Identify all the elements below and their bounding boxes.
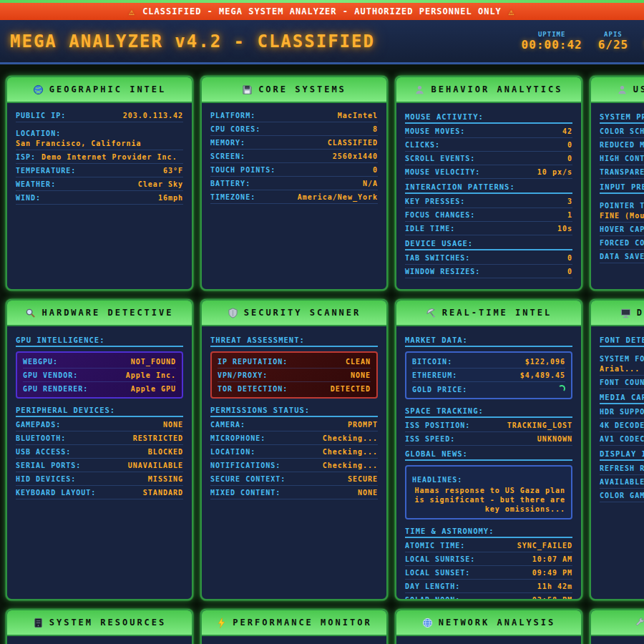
data-row: BITCOIN:$122,096 [412, 355, 565, 369]
data-row: BLUETOOTH:RESTRICTED [16, 431, 183, 445]
section-title: SPACE TRACKING: [405, 403, 572, 418]
shield-icon [228, 308, 238, 318]
app-title: MEGA ANALYZER v4.2 - CLASSIFIED [10, 31, 522, 52]
panel-title: USER PREFERENCES [633, 84, 644, 94]
row-label: TEMPERATURE: [16, 167, 76, 175]
section-title: GLOBAL NEWS: [405, 446, 572, 461]
data-row: CAMERA:PROMPT [210, 418, 378, 431]
row-value: Clear Sky [138, 180, 183, 188]
panel-body-display-media: FONT DETECTION:SYSTEM FONTS:Arial...FONT… [591, 326, 644, 599]
row-value: STANDARD [143, 489, 183, 497]
row-label: TOUCH POINTS: [210, 166, 275, 174]
row-label: FORCED COLORS: [600, 239, 644, 247]
row-label: GOLD PRICE: [412, 386, 467, 394]
data-row: VPN/PROXY:NONE [218, 369, 371, 382]
panel-header-geographic-intel: GEOGRAPHIC INTEL [7, 77, 192, 103]
row-value: FINE (Mouse) [600, 211, 644, 220]
highlight-box: IP REPUTATION:CLEANVPN/PROXY:NONETOR DET… [210, 351, 378, 399]
section-title: FONT DETECTION: [600, 332, 644, 347]
panel-header-behavior-analytics: BEHAVIOR ANALYTICS [396, 77, 581, 103]
row-value: BLOCKED [148, 448, 183, 456]
row-value: SECURE [348, 475, 378, 483]
panel-system-resources: SYSTEM RESOURCES [6, 609, 193, 644]
row-value: RESTRICTED [133, 434, 183, 442]
classified-banner: ⚠ CLASSIFIED - MEGA SYSTEM ANALYZER - AU… [0, 3, 644, 20]
row-value: Checking... [323, 462, 378, 469]
banner-text: CLASSIFIED - MEGA SYSTEM ANALYZER - AUTH… [142, 6, 502, 16]
row-value: N/A [363, 180, 378, 187]
panel-header-network-analysis: NETWORK ANALYSIS [396, 610, 581, 636]
row-label: HID DEVICES: [16, 475, 76, 483]
data-row: DAY LENGTH:11h 42m [405, 580, 572, 593]
highlight-box: BITCOIN:$122,096ETHEREUM:$4,489.45GOLD P… [405, 351, 572, 399]
row-label: SERIAL PORTS: [16, 462, 81, 469]
data-row: 4K DECODE: [600, 419, 644, 432]
panel-header-system-resources: SYSTEM RESOURCES [7, 610, 192, 636]
data-row: IDLE TIME:10s [405, 222, 572, 235]
row-label: IP REPUTATION: [218, 358, 288, 366]
data-row: PLATFORM:MacIntel [210, 109, 378, 122]
row-label: CAMERA: [210, 421, 245, 429]
header-stat-apis: APIS6/25 [598, 31, 629, 52]
row-value: 203.0.113.42 [123, 112, 183, 119]
globe-icon [33, 84, 44, 95]
data-row: BATTERY:N/A [210, 177, 378, 190]
data-row: LOCAL SUNSET:09:49 PM [405, 566, 572, 580]
highlight-box: HEADLINES:Hamas response to US Gaza plan… [405, 465, 572, 519]
row-label: COLOR SCHEME: [600, 127, 644, 135]
panel-body-real-time-intel: MARKET DATA:BITCOIN:$122,096ETHEREUM:$4,… [396, 326, 581, 599]
data-row: SOLAR NOON:03:58 PM [405, 593, 572, 599]
panel-title: SYSTEM RESOURCES [49, 618, 167, 628]
row-value: America/New_York [298, 193, 378, 201]
row-label: DAY LENGTH: [405, 582, 460, 590]
row-value: 1 [567, 211, 572, 219]
section-title: THREAT ASSESSMENT: [210, 332, 378, 347]
row-label: KEYBOARD LAYOUT: [16, 489, 96, 497]
panel-title: NETWORK ANALYSIS [439, 618, 556, 628]
row-label: LOCATION: [16, 130, 61, 137]
row-value: 0 [373, 166, 378, 174]
data-row: ISS SPEED:UNKNOWN [405, 432, 572, 446]
row-label: ATOMIC TIME: [405, 542, 465, 550]
row-value: TRACKING_LOST [507, 421, 572, 429]
panel-title: REAL-TIME INTEL [442, 308, 552, 318]
panel-experiments: EXPERIMENTS [590, 609, 644, 644]
row-label: DATA SAVER: [600, 253, 644, 260]
row-label: SYSTEM FONTS: [600, 355, 644, 363]
row-label: ISP: [16, 153, 36, 161]
row-label: SECURE CONTEXT: [210, 475, 286, 483]
panel-body-user-preferences: SYSTEM PREFERENCES:COLOR SCHEME:REDUCED … [591, 103, 644, 289]
data-row: AVAILABLE RES: [600, 475, 644, 489]
row-label: WINDOW RESIZES: [405, 268, 480, 275]
row-label: IDLE TIME: [405, 225, 455, 233]
stat-label: UPTIME [522, 31, 582, 38]
section-title: INTERACTION PATTERNS: [405, 179, 572, 194]
data-row: TRANSPARENCY: [600, 165, 644, 179]
data-row: AV1 CODEC: [600, 432, 644, 446]
data-row: SYSTEM FONTS:Arial... [600, 348, 644, 376]
header-stat-uptime: UPTIME00:00:42 [522, 31, 582, 52]
panel-title: HARDWARE DETECTIVE [42, 308, 173, 318]
row-label: GPU VENDOR: [23, 371, 78, 379]
row-value: 09:49 PM [532, 569, 572, 577]
row-label: BLUETOOTH: [16, 434, 66, 442]
row-value: MISSING [148, 475, 183, 483]
panel-body-geographic-intel: PUBLIC IP:203.0.113.42LOCATION:San Franc… [7, 103, 192, 289]
data-row: PUBLIC IP:203.0.113.42 [16, 109, 183, 122]
row-value: CLEAN [346, 358, 371, 366]
panel-body-network-analysis [396, 636, 581, 644]
panel-body-behavior-analytics: MOUSE ACTIVITY:MOUSE MOVES:42CLICKS:0SCR… [396, 103, 581, 289]
panel-title: SECURITY SCANNER [244, 308, 361, 318]
data-row: SERIAL PORTS:UNAVAILABLE [16, 459, 183, 472]
data-row: FORCED COLORS: [600, 236, 644, 250]
section-title: DEVICE USAGE: [405, 235, 572, 250]
panel-title: BEHAVIOR ANALYTICS [431, 84, 562, 94]
row-label: GAMEPADS: [16, 421, 61, 429]
panel-grid: GEOGRAPHIC INTELPUBLIC IP:203.0.113.42LO… [0, 64, 644, 644]
loading-spinner [558, 385, 565, 392]
panel-geographic-intel: GEOGRAPHIC INTELPUBLIC IP:203.0.113.42LO… [6, 76, 193, 291]
row-label: SCREEN: [210, 152, 245, 160]
panel-header-core-systems: CORE SYSTEMS [202, 77, 386, 103]
row-value: SYNC_FAILED [517, 542, 572, 550]
row-value: $4,489.45 [520, 371, 565, 379]
